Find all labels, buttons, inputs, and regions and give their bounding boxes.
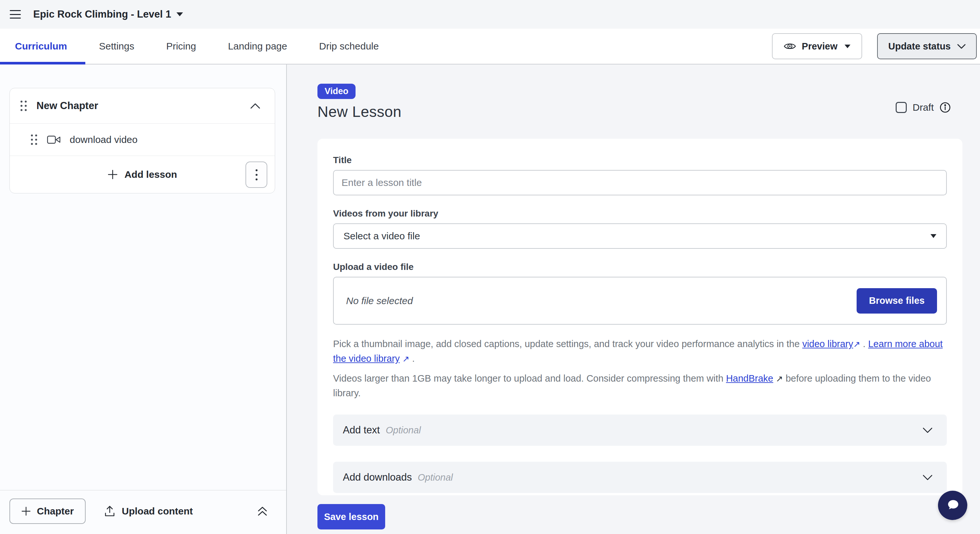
page-title: New Lesson — [317, 103, 963, 121]
help-text: Videos larger than 1GB may take longer t… — [333, 373, 726, 383]
tabbar: Curriculum Settings Pricing Landing page… — [0, 29, 980, 65]
add-lesson-button[interactable]: Add lesson — [10, 156, 275, 193]
help-text: . — [410, 353, 415, 364]
preview-label: Preview — [802, 41, 838, 52]
video-library-label: Videos from your library — [333, 208, 947, 219]
update-status-label: Update status — [888, 41, 951, 52]
browse-files-button[interactable]: Browse files — [857, 288, 937, 313]
add-text-accordion[interactable]: Add text Optional — [333, 415, 947, 446]
lesson-form-card: Title Videos from your library Select a … — [317, 139, 963, 495]
chapter-title: New Chapter — [37, 100, 98, 112]
main-layout: New Chapter download video — [0, 65, 980, 534]
chevron-down-icon — [923, 475, 932, 480]
chapter-card: New Chapter download video — [10, 88, 275, 194]
tab-settings[interactable]: Settings — [99, 41, 134, 52]
curriculum-sidebar: New Chapter download video — [0, 65, 287, 534]
drag-handle-icon[interactable] — [21, 101, 27, 111]
video-select[interactable]: Select a video file — [333, 223, 947, 249]
preview-button[interactable]: Preview — [772, 33, 862, 59]
draft-toggle-group: Draft — [896, 102, 951, 113]
save-lesson-button[interactable]: Save lesson — [317, 504, 385, 529]
help-text: . — [860, 339, 868, 349]
no-file-text: No file selected — [346, 295, 413, 307]
external-link-icon: ↗ — [402, 354, 410, 364]
handbrake-link[interactable]: HandBrake — [726, 373, 773, 383]
collapse-all-button[interactable] — [257, 499, 268, 524]
double-chevron-up-icon — [257, 506, 268, 517]
lesson-header: Video New Lesson Draft — [317, 84, 963, 121]
add-text-label: Add text — [343, 424, 380, 436]
chevron-down-icon — [923, 428, 932, 433]
add-chapter-button[interactable]: Chapter — [10, 499, 86, 524]
update-status-button[interactable]: Update status — [877, 33, 977, 59]
upload-video-label: Upload a video file — [333, 262, 947, 272]
caret-down-icon — [845, 44, 850, 48]
lesson-title-input[interactable] — [333, 170, 947, 195]
chat-widget-button[interactable] — [938, 491, 967, 520]
lesson-type-badge: Video — [317, 84, 356, 99]
header-actions: Preview Update status — [772, 33, 980, 59]
video-library-link[interactable]: video library — [802, 339, 853, 349]
optional-tag: Optional — [386, 425, 421, 435]
optional-tag: Optional — [418, 472, 453, 483]
video-icon — [47, 135, 60, 145]
external-link-icon: ↗ — [853, 339, 860, 349]
help-text: Pick a thumbnail image, add closed capti… — [333, 339, 802, 349]
lesson-editor: Video New Lesson Draft Title Videos from… — [287, 65, 980, 534]
external-link-icon: ↗ — [776, 374, 783, 383]
upload-icon — [104, 505, 115, 517]
add-downloads-label: Add downloads — [343, 472, 412, 483]
tab-pricing[interactable]: Pricing — [166, 41, 196, 52]
chat-bubble-icon — [944, 497, 961, 514]
lesson-title: download video — [70, 134, 138, 145]
tab-drip-schedule[interactable]: Drip schedule — [319, 41, 379, 52]
upload-content-button[interactable]: Upload content — [104, 499, 193, 524]
video-library-help-text: Pick a thumbnail image, add closed capti… — [333, 337, 947, 366]
compression-help-text: Videos larger than 1GB may take longer t… — [333, 371, 947, 400]
add-downloads-accordion[interactable]: Add downloads Optional — [333, 462, 947, 493]
course-title: Epic Rock Climbing - Level 1 — [33, 8, 171, 20]
chapter-header[interactable]: New Chapter — [10, 88, 275, 123]
add-lesson-row: Add lesson — [10, 156, 275, 193]
tab-landing-page[interactable]: Landing page — [228, 41, 287, 52]
upload-content-label: Upload content — [122, 506, 193, 517]
eye-icon — [784, 42, 796, 51]
chapter-options-button[interactable] — [245, 162, 267, 188]
draft-label: Draft — [913, 102, 934, 113]
chevron-up-icon[interactable] — [250, 103, 260, 109]
chevron-down-icon — [177, 13, 183, 16]
plus-icon — [21, 506, 31, 516]
title-field-label: Title — [333, 155, 947, 165]
course-switcher[interactable]: Epic Rock Climbing - Level 1 — [33, 8, 183, 20]
lesson-row[interactable]: download video — [10, 123, 275, 156]
video-select-value: Select a video file — [344, 230, 420, 242]
add-chapter-label: Chapter — [37, 506, 73, 517]
hamburger-menu-icon[interactable] — [10, 10, 21, 19]
add-lesson-label: Add lesson — [124, 169, 177, 180]
drag-handle-icon[interactable] — [31, 135, 37, 145]
info-icon[interactable] — [940, 102, 951, 113]
caret-down-icon — [931, 234, 936, 238]
draft-checkbox[interactable] — [896, 102, 907, 113]
sidebar-footer: Chapter Upload content — [0, 490, 286, 534]
plus-icon — [107, 169, 118, 180]
chevron-down-icon — [957, 44, 966, 49]
upload-dropzone[interactable]: No file selected Browse files — [333, 277, 947, 325]
topbar: Epic Rock Climbing - Level 1 — [0, 0, 980, 29]
active-tab-underline — [0, 62, 85, 65]
tab-curriculum[interactable]: Curriculum — [15, 41, 67, 52]
